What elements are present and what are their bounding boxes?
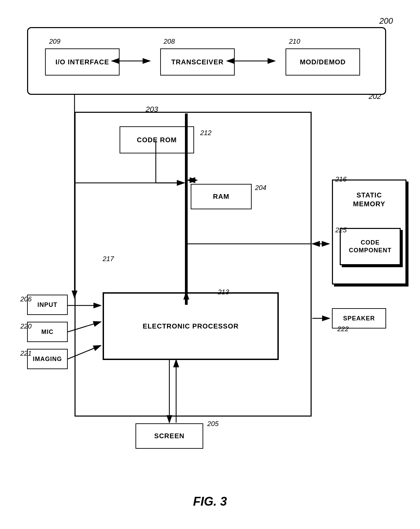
ram-label: RAM <box>213 193 230 200</box>
ref-202-label: 202 <box>369 92 381 101</box>
page: 200 209 208 210 I/O INTERFACE TRANSCEIVE… <box>0 0 420 529</box>
ram-box: RAM <box>191 184 252 209</box>
imaging-box: IMAGING <box>27 349 68 369</box>
io-interface-box: I/O INTERFACE <box>45 48 120 76</box>
main-processor-box: CODE ROM 212 RAM 204 217 ELECTRONIC PROC… <box>75 112 312 417</box>
mic-label: MIC <box>41 329 54 336</box>
code-component-label: CODECOMPONENT <box>349 239 392 255</box>
code-rom-label: CODE ROM <box>137 136 177 144</box>
figure-label: FIG. 3 <box>193 494 227 509</box>
input-box: INPUT <box>27 295 68 315</box>
mod-demod-box: MOD/DEMOD <box>286 48 360 76</box>
ref-209-label: 209 <box>49 38 60 45</box>
mic-box: MIC <box>27 322 68 342</box>
transceiver-label: TRANSCEIVER <box>171 58 224 66</box>
ref-225-label: 225 <box>335 226 346 234</box>
ref-200: 200 <box>379 16 393 26</box>
ref-206-label: 206 <box>20 295 31 303</box>
ref-221-label: 221 <box>20 350 31 357</box>
io-interface-label: I/O INTERFACE <box>56 58 109 66</box>
ref-217-label: 217 <box>103 255 114 263</box>
electronic-processor-box: ELECTRONIC PROCESSOR <box>103 292 279 360</box>
screen-label: SCREEN <box>154 432 184 440</box>
ref-204-label: 204 <box>255 184 266 192</box>
imaging-label: IMAGING <box>33 356 62 363</box>
screen-box: SCREEN <box>135 423 203 449</box>
electronic-processor-label: ELECTRONIC PROCESSOR <box>143 322 238 330</box>
ref-222-label: 222 <box>337 325 349 333</box>
mod-demod-label: MOD/DEMOD <box>300 58 346 66</box>
ref-213-label: 213 <box>218 288 229 296</box>
ref-205-label: 205 <box>207 420 218 428</box>
code-rom-box: CODE ROM <box>120 126 194 153</box>
speaker-label: SPEAKER <box>343 315 375 322</box>
ref-220-label: 220 <box>20 322 31 330</box>
transceiver-box: TRANSCEIVER <box>160 48 235 76</box>
static-memory-label: STATICMEMORY <box>333 191 405 208</box>
input-label: INPUT <box>38 301 58 309</box>
ref-216-label: 216 <box>335 175 346 183</box>
ref-208-label: 208 <box>164 38 175 45</box>
code-component-box: CODECOMPONENT <box>340 228 401 265</box>
ref-212-label: 212 <box>200 129 211 137</box>
ref-210-label: 210 <box>289 38 300 45</box>
wireless-module-box: 209 208 210 I/O INTERFACE TRANSCEIVER MO… <box>27 27 386 95</box>
diagram-area: 200 209 208 210 I/O INTERFACE TRANSCEIVE… <box>20 14 400 488</box>
